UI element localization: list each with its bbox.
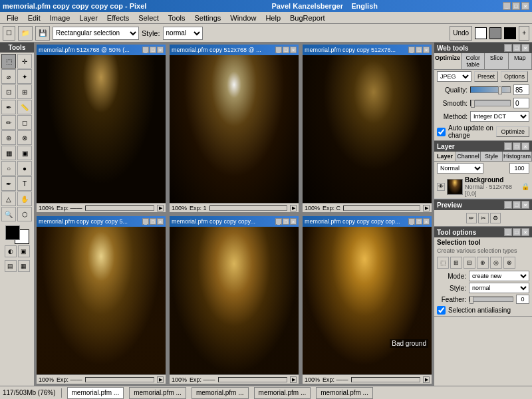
color-swatch-1[interactable] — [475, 27, 487, 39]
selection-icon-5[interactable]: ◎ — [490, 257, 502, 269]
img-maximize-3[interactable]: □ — [416, 47, 422, 53]
selection-icon-1[interactable]: ⬚ — [437, 257, 449, 269]
minimize-button[interactable]: _ — [503, 2, 511, 10]
preview-maximize[interactable]: □ — [513, 201, 521, 209]
tool-zoom[interactable]: 🔍 — [1, 207, 16, 221]
status-tab-5[interactable]: memorial.pfm ... — [316, 387, 373, 399]
options-button[interactable]: Options — [501, 71, 528, 82]
image-canvas-1[interactable] — [37, 55, 166, 203]
web-tools-close[interactable]: × — [521, 44, 529, 52]
tab-slice[interactable]: Slice — [485, 53, 508, 69]
color-swatch-2[interactable] — [489, 27, 501, 39]
quality-input[interactable]: 85 — [513, 84, 529, 95]
tool-3d[interactable]: ⬡ — [17, 207, 32, 221]
menu-tools[interactable]: Tools — [164, 13, 190, 23]
mask-icon[interactable]: ◐ — [5, 245, 17, 257]
blend-mode-select[interactable]: Normal — [437, 163, 483, 174]
img-close-5[interactable]: × — [290, 218, 297, 225]
menu-select[interactable]: Select — [134, 13, 163, 23]
tool-brush[interactable]: ✏ — [1, 115, 16, 130]
image-canvas-3[interactable] — [303, 55, 432, 203]
img-minimize-4[interactable]: _ — [142, 218, 149, 225]
format-select[interactable]: JPEG — [437, 71, 471, 82]
selection-icon-4[interactable]: ⊕ — [477, 257, 489, 269]
tool-hand[interactable]: ✋ — [17, 192, 32, 206]
fg-color-swatch[interactable] — [5, 225, 20, 240]
scroll-btn-1[interactable]: ▶ — [157, 205, 164, 211]
scroll-btn-2[interactable]: ▶ — [290, 205, 297, 211]
img-minimize-3[interactable]: _ — [408, 47, 415, 53]
feather-input[interactable]: 0 — [516, 295, 529, 304]
optimize-button[interactable]: Optimize — [496, 126, 529, 137]
scroll-btn-5[interactable]: ▶ — [290, 376, 297, 383]
tool-text[interactable]: T — [17, 176, 32, 191]
tool-options-maximize[interactable]: □ — [513, 228, 521, 236]
scroll-btn-4[interactable]: ▶ — [157, 376, 164, 383]
menu-file[interactable]: File — [3, 13, 23, 23]
image-canvas-5[interactable] — [170, 227, 299, 374]
tool-options-close[interactable]: × — [521, 228, 529, 236]
img-maximize-2[interactable]: □ — [283, 47, 289, 53]
menu-effects[interactable]: Effects — [103, 13, 133, 23]
img-minimize-1[interactable]: _ — [142, 47, 149, 53]
img-maximize-4[interactable]: □ — [150, 218, 156, 225]
toolbar-new[interactable]: ☐ — [3, 26, 15, 41]
auto-update-checkbox[interactable] — [437, 128, 446, 136]
layer-item-background[interactable]: 👁 Background Normal · 512x768 [0,0] 🔒 — [434, 175, 532, 199]
method-select[interactable]: Integer DCT — [470, 111, 529, 122]
quality-slider[interactable] — [470, 86, 511, 93]
img-close-1[interactable]: × — [157, 47, 164, 53]
titlebar-controls[interactable]: _ □ × — [503, 2, 529, 10]
img-maximize-1[interactable]: □ — [150, 47, 156, 53]
img-close-2[interactable]: × — [290, 47, 297, 53]
tab-channel[interactable]: Channel — [456, 152, 481, 161]
tool-magic-wand[interactable]: ✦ — [17, 69, 32, 84]
menu-settings[interactable]: Settings — [191, 13, 225, 23]
tool-selection[interactable]: ⬚ — [1, 54, 16, 68]
preview-tool-3[interactable]: ⚙ — [490, 213, 501, 223]
image-canvas-6[interactable]: Bad ground — [303, 227, 432, 374]
layer-visibility-icon[interactable]: 👁 — [437, 183, 445, 191]
status-tab-3[interactable]: memorial.pfm ... — [192, 387, 249, 399]
selection-icon-3[interactable]: ⊟ — [464, 257, 475, 269]
antialiasing-checkbox[interactable] — [437, 306, 446, 315]
scroll-btn-3[interactable]: ▶ — [423, 205, 430, 211]
undo-button[interactable]: Undo — [450, 26, 472, 41]
tool-stamp[interactable]: ⊕ — [1, 130, 16, 145]
tool-measure[interactable]: 📏 — [17, 100, 32, 114]
options-icon-2[interactable]: ▦ — [18, 260, 30, 272]
tool-lasso[interactable]: ⌀ — [1, 69, 16, 84]
web-tools-maximize[interactable]: □ — [513, 44, 521, 52]
menu-image[interactable]: Image — [46, 13, 74, 23]
image-canvas-4[interactable] — [37, 227, 166, 374]
tool-dodge[interactable]: ○ — [1, 161, 16, 176]
toolbar-open[interactable]: 📁 — [18, 26, 33, 41]
tab-map[interactable]: Map — [509, 53, 532, 69]
tool-eraser[interactable]: ◻ — [17, 115, 32, 130]
options-icon-1[interactable]: ▤ — [5, 260, 17, 272]
tool-slice[interactable]: ⊞ — [17, 84, 32, 99]
tab-optimize[interactable]: Optimize — [434, 53, 462, 69]
selection-type-select[interactable]: Rectangular selection — [53, 27, 139, 40]
tool-eyedropper[interactable]: ✒ — [1, 100, 16, 114]
tool-pen[interactable]: ✒ — [1, 176, 16, 191]
selection-icon-6[interactable]: ⊗ — [503, 257, 515, 269]
tool-fill[interactable]: ▣ — [17, 146, 32, 160]
status-tab-1[interactable]: memorial.pfm ... — [67, 387, 124, 399]
preset-button[interactable]: Preset — [474, 71, 498, 82]
img-maximize-6[interactable]: □ — [416, 218, 422, 225]
zoom-tool[interactable]: + — [519, 26, 529, 41]
menu-edit[interactable]: Edit — [24, 13, 45, 23]
img-close-6[interactable]: × — [423, 218, 430, 225]
toolbar-save[interactable]: 💾 — [35, 26, 50, 41]
img-minimize-2[interactable]: _ — [275, 47, 282, 53]
selection-icon-2[interactable]: ⊞ — [450, 257, 462, 269]
img-maximize-5[interactable]: □ — [283, 218, 289, 225]
img-minimize-5[interactable]: _ — [275, 218, 282, 225]
tool-shape[interactable]: △ — [1, 192, 16, 206]
menu-help[interactable]: Help — [261, 13, 285, 23]
layer-close[interactable]: × — [521, 142, 529, 150]
style-select[interactable]: normal — [163, 27, 203, 40]
web-tools-minimize[interactable]: _ — [504, 44, 512, 52]
tab-style[interactable]: Style — [481, 152, 503, 161]
